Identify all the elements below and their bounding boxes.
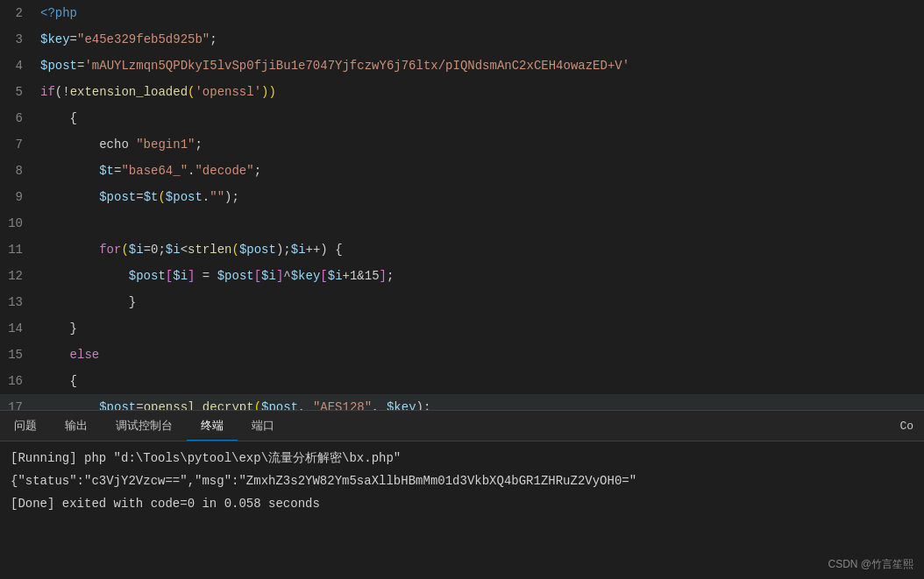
line-content: } — [37, 289, 924, 315]
line-number: 6 — [0, 105, 37, 131]
line-number: 15 — [0, 342, 37, 368]
line-number: 14 — [0, 315, 37, 342]
line-content: $key="e45e329feb5d925b"; — [37, 26, 924, 53]
line-content: else — [37, 342, 924, 368]
line-content: for($i=0;$i<strlen($post);$i++) { — [37, 237, 924, 263]
line-number: 10 — [0, 210, 37, 237]
line-content: if(!extension_loaded('openssl')) — [37, 79, 924, 105]
code-line: 5if(!extension_loaded('openssl')) — [0, 79, 924, 105]
output-line: [Done] exited with code=0 in 0.058 secon… — [0, 492, 924, 515]
output-line: {"status":"c3VjY2Vzcw==","msg":"ZmxhZ3s2… — [0, 470, 924, 492]
line-number: 11 — [0, 237, 37, 263]
line-content: { — [37, 368, 924, 394]
line-content: $post=$t($post.""); — [37, 184, 924, 210]
panel-tab-输出[interactable]: 输出 — [51, 411, 102, 441]
code-line: 15 else — [0, 342, 924, 368]
code-line: 7 echo "begin1"; — [0, 131, 924, 158]
panel-tab-端口[interactable]: 端口 — [238, 411, 288, 441]
line-content: $t="base64_"."decode"; — [37, 158, 924, 184]
panel-content: [Running] php "d:\Tools\pytool\exp\流量分析解… — [0, 441, 924, 555]
line-number: 2 — [0, 0, 37, 26]
line-content: echo "begin1"; — [37, 131, 924, 158]
line-number: 8 — [0, 158, 37, 184]
line-number: 13 — [0, 289, 37, 315]
line-number: 4 — [0, 53, 37, 79]
code-lines: 2<?php3$key="e45e329feb5d925b";4$post='m… — [0, 0, 924, 410]
panel-tab-调试控制台[interactable]: 调试控制台 — [102, 411, 187, 441]
code-line: 4$post='mAUYLzmqn5QPDkyI5lvSp0fjiBu1e704… — [0, 53, 924, 79]
code-line: 8 $t="base64_"."decode"; — [0, 158, 924, 184]
panel-tabs: 问题输出调试控制台终端端口Co — [0, 411, 924, 441]
line-number: 16 — [0, 368, 37, 394]
line-content: $post[$i] = $post[$i]^$key[$i+1&15]; — [37, 263, 924, 289]
code-line: 16 { — [0, 368, 924, 394]
line-number: 3 — [0, 26, 37, 53]
code-line: 13 } — [0, 289, 924, 315]
bottom-panel: 问题输出调试控制台终端端口Co [Running] php "d:\Tools\… — [0, 410, 924, 555]
code-line: 17 $post=openssl_decrypt($post, "AES128"… — [0, 394, 924, 410]
output-line: [Running] php "d:\Tools\pytool\exp\流量分析解… — [0, 447, 924, 470]
line-content: } — [37, 315, 924, 342]
line-content: <?php — [37, 0, 924, 26]
line-number: 9 — [0, 184, 37, 210]
line-number: 12 — [0, 263, 37, 289]
panel-tab-问题[interactable]: 问题 — [0, 411, 51, 441]
code-line: 9 $post=$t($post.""); — [0, 184, 924, 210]
line-content: { — [37, 105, 924, 131]
code-line: 12 $post[$i] = $post[$i]^$key[$i+1&15]; — [0, 263, 924, 289]
code-line: 2<?php — [0, 0, 924, 26]
line-number: 7 — [0, 131, 37, 158]
code-line: 3$key="e45e329feb5d925b"; — [0, 26, 924, 53]
code-line: 14 } — [0, 315, 924, 342]
code-line: 6 { — [0, 105, 924, 131]
panel-tab-终端[interactable]: 终端 — [187, 411, 238, 441]
watermark: CSDN @竹言笙熙 — [828, 557, 913, 572]
code-line: 10 — [0, 210, 924, 237]
line-number: 17 — [0, 394, 37, 410]
line-content: $post=openssl_decrypt($post, "AES128", $… — [37, 394, 924, 410]
line-content: $post='mAUYLzmqn5QPDkyI5lvSp0fjiBu1e7047… — [37, 53, 924, 79]
line-number: 5 — [0, 79, 37, 105]
panel-tab-right[interactable]: Co — [889, 411, 924, 441]
code-editor: 2<?php3$key="e45e329feb5d925b";4$post='m… — [0, 0, 924, 410]
code-line: 11 for($i=0;$i<strlen($post);$i++) { — [0, 237, 924, 263]
